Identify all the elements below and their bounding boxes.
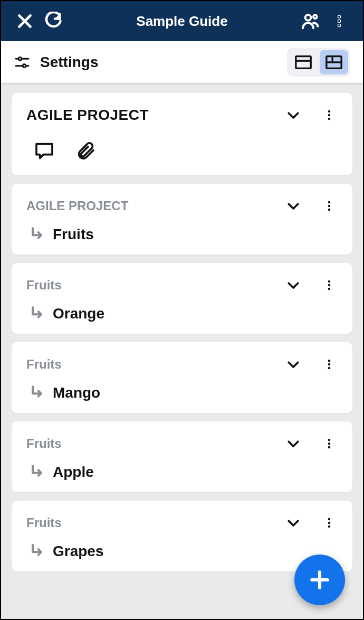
card-header: Fruits xyxy=(26,512,340,533)
svg-point-27 xyxy=(328,443,331,445)
people-icon xyxy=(300,11,321,32)
svg-point-15 xyxy=(328,114,331,117)
svg-point-22 xyxy=(328,288,331,290)
top-bar: Sample Guide xyxy=(1,1,363,41)
subdirectory-icon xyxy=(28,464,45,481)
item-card[interactable]: Fruits Grapes xyxy=(12,501,352,571)
more-vertical-icon xyxy=(323,357,336,372)
more-vertical-icon xyxy=(323,108,336,123)
settings-bar: Settings xyxy=(1,41,363,83)
svg-point-7 xyxy=(18,57,22,60)
card-parent-label: Fruits xyxy=(26,515,283,530)
svg-point-18 xyxy=(328,205,331,208)
more-vertical-icon xyxy=(323,515,336,530)
settings-button[interactable]: Settings xyxy=(14,54,98,71)
view-list-button[interactable] xyxy=(289,50,318,74)
svg-point-8 xyxy=(23,64,26,67)
card-menu-button[interactable] xyxy=(319,354,340,375)
subdirectory-icon xyxy=(28,226,45,243)
child-label: Apple xyxy=(53,464,94,481)
svg-point-4 xyxy=(338,24,340,26)
svg-rect-9 xyxy=(296,56,311,68)
svg-point-24 xyxy=(328,363,331,366)
item-card[interactable]: AGILE PROJECT Fruits xyxy=(12,184,352,255)
svg-point-3 xyxy=(338,20,340,22)
svg-point-29 xyxy=(328,518,331,521)
expand-button[interactable] xyxy=(283,433,304,454)
chevron-down-icon xyxy=(285,277,301,293)
expand-button[interactable] xyxy=(283,105,304,126)
child-label: Grapes xyxy=(53,543,104,560)
child-row: Grapes xyxy=(26,543,340,560)
svg-point-1 xyxy=(313,15,317,18)
card-parent-label: AGILE PROJECT xyxy=(26,199,283,213)
expand-button[interactable] xyxy=(283,354,304,375)
close-button[interactable] xyxy=(11,7,39,35)
card-parent-label: Fruits xyxy=(26,278,283,293)
card-menu-button[interactable] xyxy=(319,433,340,454)
card-header: AGILE PROJECT xyxy=(26,195,340,217)
comment-button[interactable] xyxy=(32,138,57,164)
svg-point-31 xyxy=(328,525,331,528)
card-header: AGILE PROJECT xyxy=(26,105,340,126)
view-tree-icon xyxy=(325,54,343,70)
page-title: Sample Guide xyxy=(68,13,296,30)
svg-point-23 xyxy=(328,360,331,362)
more-vertical-icon xyxy=(323,436,336,451)
expand-button[interactable] xyxy=(283,275,304,296)
close-icon xyxy=(15,12,34,31)
card-list: AGILE PROJECT AGILE PROJECT xyxy=(1,83,363,619)
card-menu-button[interactable] xyxy=(319,105,340,126)
svg-point-30 xyxy=(328,522,331,524)
svg-point-2 xyxy=(338,15,340,18)
child-label: Mango xyxy=(53,384,100,401)
project-card[interactable]: AGILE PROJECT xyxy=(12,93,352,175)
attachment-button[interactable] xyxy=(73,138,98,164)
svg-point-19 xyxy=(328,209,331,211)
card-menu-button[interactable] xyxy=(319,195,340,217)
item-card[interactable]: Fruits Orange xyxy=(12,263,352,334)
subdirectory-icon xyxy=(28,305,45,322)
view-list-icon xyxy=(294,54,312,70)
child-label: Orange xyxy=(53,305,104,322)
subdirectory-icon xyxy=(28,384,45,401)
svg-point-14 xyxy=(328,110,331,113)
card-parent-label: Fruits xyxy=(26,436,283,451)
chevron-down-icon xyxy=(285,107,301,123)
child-row: Fruits xyxy=(26,226,340,243)
svg-point-28 xyxy=(328,446,331,449)
view-tree-button[interactable] xyxy=(320,50,348,74)
svg-point-21 xyxy=(328,284,331,287)
comment-icon xyxy=(34,140,55,162)
item-card[interactable]: Fruits Apple xyxy=(12,421,352,492)
more-vertical-icon xyxy=(323,278,336,293)
plus-icon xyxy=(308,568,331,591)
add-fab[interactable] xyxy=(294,555,345,605)
paperclip-icon xyxy=(75,140,96,162)
more-vertical-icon xyxy=(323,199,336,213)
refresh-icon xyxy=(44,12,63,31)
expand-button[interactable] xyxy=(283,512,304,533)
svg-point-26 xyxy=(328,439,331,441)
svg-point-0 xyxy=(305,15,311,21)
overflow-button[interactable] xyxy=(325,7,353,35)
view-toggle xyxy=(287,48,350,77)
card-header: Fruits xyxy=(26,275,340,296)
child-label: Fruits xyxy=(53,226,94,243)
child-row: Mango xyxy=(26,384,340,401)
subdirectory-icon xyxy=(28,543,45,560)
card-header: Fruits xyxy=(26,354,340,375)
svg-point-16 xyxy=(328,118,331,120)
refresh-button[interactable] xyxy=(39,7,68,35)
more-vertical-icon xyxy=(332,14,347,29)
svg-point-20 xyxy=(328,280,331,283)
sliders-icon xyxy=(14,54,31,71)
chevron-down-icon xyxy=(285,198,301,214)
expand-button[interactable] xyxy=(283,195,304,217)
card-menu-button[interactable] xyxy=(319,275,340,296)
share-button[interactable] xyxy=(296,7,325,35)
svg-point-17 xyxy=(328,201,331,204)
card-menu-button[interactable] xyxy=(319,512,340,533)
card-header: Fruits xyxy=(26,433,340,454)
item-card[interactable]: Fruits Mango xyxy=(12,342,352,413)
